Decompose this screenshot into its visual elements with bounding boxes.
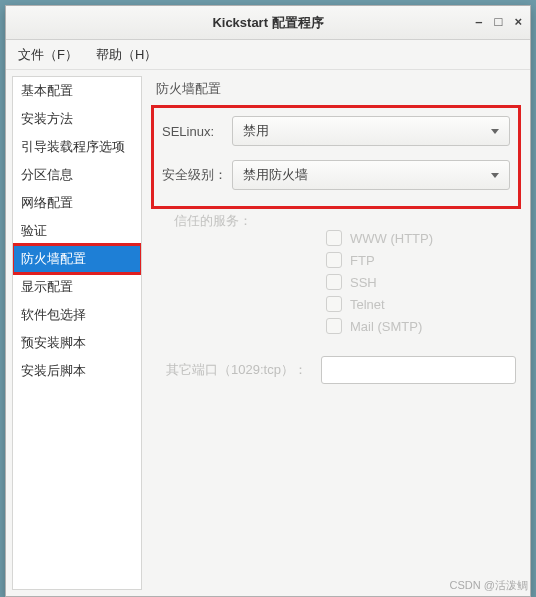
service-row-4: Mail (SMTP)	[326, 318, 516, 334]
service-checkbox-1[interactable]	[326, 252, 342, 268]
main-panel: 防火墙配置 SELinux: 禁用 安全级别： 禁用防火墙 信任的服务： WWW…	[146, 70, 530, 596]
menu-file[interactable]: 文件（F）	[18, 46, 78, 64]
sidebar-item-6[interactable]: 防火墙配置	[13, 245, 141, 273]
sidebar-item-10[interactable]: 安装后脚本	[13, 357, 141, 385]
watermark: CSDN @活泼鲷	[450, 578, 528, 593]
service-label-3: Telnet	[350, 297, 385, 312]
titlebar: Kickstart 配置程序 – □ ×	[6, 6, 530, 40]
sidebar-item-8[interactable]: 软件包选择	[13, 301, 141, 329]
sidebar: 基本配置安装方法引导装载程序选项分区信息网络配置验证防火墙配置显示配置软件包选择…	[12, 76, 142, 590]
service-label-2: SSH	[350, 275, 377, 290]
sidebar-item-5[interactable]: 验证	[13, 217, 141, 245]
selinux-value: 禁用	[243, 122, 269, 140]
trusted-services-list: WWW (HTTP)FTPSSHTelnetMail (SMTP)	[326, 230, 516, 334]
service-label-4: Mail (SMTP)	[350, 319, 422, 334]
security-level-combo[interactable]: 禁用防火墙	[232, 160, 510, 190]
sidebar-item-4[interactable]: 网络配置	[13, 189, 141, 217]
app-window: Kickstart 配置程序 – □ × 文件（F） 帮助（H） 基本配置安装方…	[5, 5, 531, 597]
other-ports-label: 其它端口（1029:tcp）：	[156, 361, 321, 379]
service-label-0: WWW (HTTP)	[350, 231, 433, 246]
menubar: 文件（F） 帮助（H）	[6, 40, 530, 70]
service-label-1: FTP	[350, 253, 375, 268]
highlight-settings-box: SELinux: 禁用 安全级别： 禁用防火墙	[154, 108, 518, 206]
sidebar-item-2[interactable]: 引导装载程序选项	[13, 133, 141, 161]
sidebar-item-0[interactable]: 基本配置	[13, 77, 141, 105]
sidebar-item-9[interactable]: 预安装脚本	[13, 329, 141, 357]
service-checkbox-2[interactable]	[326, 274, 342, 290]
window-title: Kickstart 配置程序	[212, 14, 323, 32]
body: 基本配置安装方法引导装载程序选项分区信息网络配置验证防火墙配置显示配置软件包选择…	[6, 70, 530, 596]
service-row-0: WWW (HTTP)	[326, 230, 516, 246]
selinux-combo[interactable]: 禁用	[232, 116, 510, 146]
maximize-button[interactable]: □	[495, 14, 503, 29]
sidebar-item-7[interactable]: 显示配置	[13, 273, 141, 301]
service-row-2: SSH	[326, 274, 516, 290]
sidebar-item-3[interactable]: 分区信息	[13, 161, 141, 189]
service-checkbox-3[interactable]	[326, 296, 342, 312]
security-level-value: 禁用防火墙	[243, 166, 308, 184]
service-row-3: Telnet	[326, 296, 516, 312]
trusted-services-label: 信任的服务：	[174, 212, 516, 230]
selinux-row: SELinux: 禁用	[162, 116, 510, 146]
window-controls: – □ ×	[475, 14, 522, 29]
selinux-label: SELinux:	[162, 124, 232, 139]
security-level-row: 安全级别： 禁用防火墙	[162, 160, 510, 190]
close-button[interactable]: ×	[514, 14, 522, 29]
service-row-1: FTP	[326, 252, 516, 268]
sidebar-item-1[interactable]: 安装方法	[13, 105, 141, 133]
service-checkbox-4[interactable]	[326, 318, 342, 334]
security-level-label: 安全级别：	[162, 166, 232, 184]
other-ports-row: 其它端口（1029:tcp）：	[156, 356, 516, 384]
menu-help[interactable]: 帮助（H）	[96, 46, 157, 64]
section-title: 防火墙配置	[156, 80, 516, 98]
other-ports-input[interactable]	[321, 356, 516, 384]
minimize-button[interactable]: –	[475, 14, 482, 29]
service-checkbox-0[interactable]	[326, 230, 342, 246]
